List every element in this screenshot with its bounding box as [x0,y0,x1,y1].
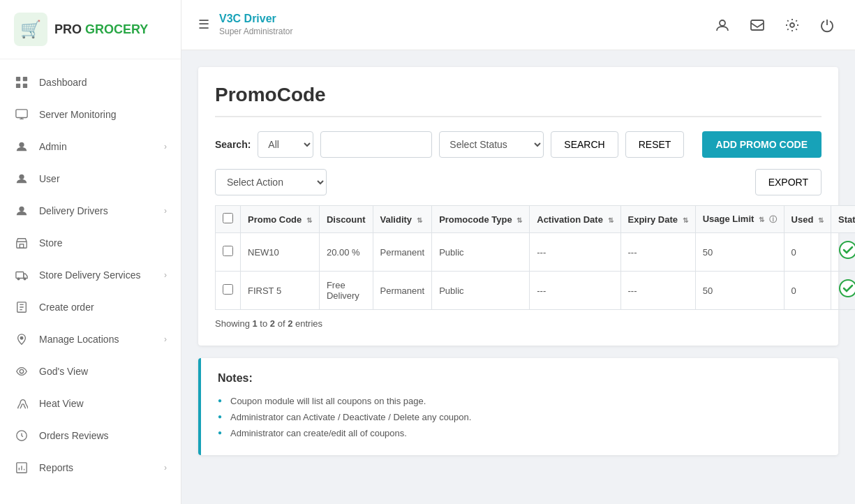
search-input[interactable] [320,131,432,158]
sidebar-item-admin[interactable]: Admin › [0,131,181,163]
settings-icon[interactable] [781,14,803,36]
row-select-checkbox[interactable] [223,284,233,295]
sidebar-item-server-monitoring[interactable]: Server Monitoring [0,98,181,131]
notes-title: Notes: [218,372,821,385]
sidebar-item-store[interactable]: Store [0,227,181,259]
page-content: PromoCode Search: All Select Status SEAR… [181,50,855,504]
col-promocode-type[interactable]: Promocode Type ⇅ [432,206,530,233]
sidebar-item-reports[interactable]: Reports › [0,452,181,484]
svg-point-23 [840,242,855,258]
svg-rect-4 [16,84,20,88]
svg-point-8 [19,175,24,179]
sidebar-item-store-delivery-services[interactable]: Store Delivery Services › [0,259,181,291]
chevron-right-icon: › [164,463,167,473]
header-icons [711,14,838,36]
promo-code-card: PromoCode Search: All Select Status SEAR… [198,67,838,346]
user-icon [14,171,29,186]
search-all-select[interactable]: All [258,131,313,158]
order-icon [14,299,29,315]
svg-point-22 [790,23,794,27]
sort-icon: ⇅ [306,216,312,224]
header-title: V3C Driver [219,12,292,27]
notes-card: Notes: Coupon module will list all coupo… [198,358,838,455]
search-bar: Search: All Select Status SEARCH RESET A… [215,131,821,158]
row-status[interactable] [831,233,855,272]
pagination-total: 2 [288,318,292,329]
delivery-icon [14,267,29,283]
sort-icon: ⇅ [759,216,764,223]
reviews-icon [14,428,29,443]
view-icon [14,364,29,379]
table-row: FIRST 5 Free Delivery Permanent Public -… [216,272,856,310]
sidebar-item-delivery-drivers[interactable]: Delivery Drivers › [0,195,181,227]
logo: 🛒 PRO GROCERY [0,0,181,59]
action-select[interactable]: Select Action [215,169,327,195]
row-validity: Permanent [373,272,432,310]
col-expiry-date[interactable]: Expiry Date ⇅ [620,206,695,233]
svg-point-16 [20,336,23,339]
power-icon[interactable] [816,14,838,36]
search-button[interactable]: SEARCH [551,131,618,158]
add-promo-code-button[interactable]: ADD PROMO CODE [702,131,821,158]
col-status[interactable]: Status ⇅ [831,206,855,233]
sort-icon: ⇅ [417,216,422,224]
row-promocode-type: Public [432,272,530,310]
heat-icon [14,396,29,411]
row-expiry-date: --- [620,272,695,310]
svg-rect-11 [20,244,23,248]
sidebar-item-user[interactable]: User [0,163,181,195]
of-label: of [278,318,285,329]
svg-rect-6 [16,110,27,118]
status-active-icon[interactable] [838,284,855,302]
info-icon: ⓘ [769,215,777,223]
row-checkbox[interactable] [216,233,241,272]
check-circle-icon [838,240,855,260]
row-activation-date: --- [530,272,620,310]
row-used: 0 [784,272,831,310]
row-select-checkbox[interactable] [223,246,233,256]
sidebar-item-gods-view[interactable]: God's View [0,355,181,387]
col-checkbox[interactable] [216,206,241,233]
col-activation-date[interactable]: Activation Date ⇅ [530,206,620,233]
sidebar-item-heat-view[interactable]: Heat View [0,387,181,420]
sidebar-item-orders-reviews[interactable]: Orders Reviews [0,420,181,452]
sidebar-item-manage-locations[interactable]: Manage Locations › [0,323,181,355]
chevron-right-icon: › [164,206,167,216]
svg-rect-10 [17,242,27,248]
notes-item: Coupon module will list all coupons on t… [218,393,821,409]
col-promo-code[interactable]: Promo Code ⇅ [241,206,320,233]
svg-point-14 [24,278,26,280]
col-used[interactable]: Used ⇅ [784,206,831,233]
sidebar-item-label: Reports [39,462,164,473]
table-header-row: Promo Code ⇅ Discount Validity ⇅ Promoco… [216,206,856,233]
entries-label: entries [295,318,322,329]
row-promocode-type: Public [432,233,530,272]
hamburger-icon[interactable]: ☰ [198,17,209,32]
row-checkbox[interactable] [216,272,241,310]
notes-list: Coupon module will list all coupons on t… [218,393,821,441]
chevron-right-icon: › [164,142,167,151]
sidebar-item-dashboard[interactable]: Dashboard [0,66,181,98]
table-row: NEW10 20.00 % Permanent Public --- --- 5… [216,233,856,272]
reset-button[interactable]: RESET [625,131,685,158]
user-profile-icon[interactable] [711,14,734,36]
row-validity: Permanent [373,233,432,272]
sidebar-item-label: Manage Locations [39,334,164,345]
col-validity[interactable]: Validity ⇅ [373,206,432,233]
export-button[interactable]: EXPORT [755,169,821,195]
row-status[interactable] [831,272,855,310]
sidebar-item-label: User [39,173,167,184]
status-active-icon[interactable] [838,246,855,263]
driver-icon [14,203,29,218]
select-all-checkbox[interactable] [223,213,233,223]
admin-icon [14,139,29,154]
sidebar-item-create-order[interactable]: Create order [0,291,181,323]
sidebar: 🛒 PRO GROCERY Dashboard Server Monitorin… [0,0,181,504]
row-usage-limit: 50 [695,233,784,272]
notifications-icon[interactable] [746,14,768,36]
check-circle-icon [838,279,855,298]
col-usage-limit[interactable]: Usage Limit ⇅ ⓘ [695,206,784,233]
monitor-icon [14,107,29,122]
sort-icon: ⇅ [683,216,688,224]
status-select[interactable]: Select Status [439,131,544,158]
